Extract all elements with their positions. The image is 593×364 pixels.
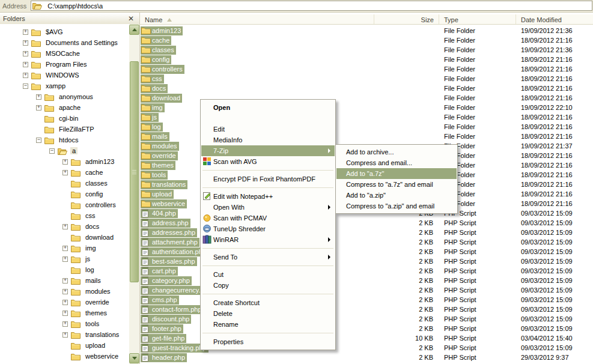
list-item-js[interactable]: js [141, 113, 159, 122]
list-item-attachment-php[interactable]: attachment.php [141, 238, 199, 247]
collapse-icon[interactable]: − [23, 83, 28, 89]
tree-item-windows[interactable]: +WINDOWS [0, 70, 127, 80]
expand-icon[interactable]: + [62, 321, 68, 327]
expand-icon[interactable]: + [62, 278, 68, 284]
scroll-down-icon[interactable] [129, 353, 139, 363]
tree-item-modules[interactable]: +modules [0, 286, 127, 297]
expand-icon[interactable]: + [62, 311, 68, 316]
tree-item-label[interactable]: log [84, 266, 96, 273]
tree-item-webservice[interactable]: webservice [0, 351, 127, 362]
tree-scrollbar[interactable] [129, 24, 139, 364]
menu-item-compress-and-email-[interactable]: Compress and email... [336, 157, 457, 168]
list-item-get-file-php[interactable]: get-file.php [141, 334, 186, 343]
tree-item-label[interactable]: WINDOWS [44, 71, 81, 79]
tree-item-download[interactable]: download [0, 232, 127, 243]
tree-item-label[interactable]: webservice [84, 353, 120, 360]
tree-item-label[interactable]: classes [84, 180, 109, 187]
tree-item-label[interactable]: translations [84, 331, 121, 338]
collapse-icon[interactable]: − [49, 148, 55, 154]
expand-icon[interactable]: + [62, 170, 68, 175]
tree-item-label[interactable]: js [84, 255, 92, 262]
menu-item-rename[interactable]: Rename [201, 319, 335, 330]
expand-icon[interactable]: + [62, 289, 68, 294]
list-item-override[interactable]: override [141, 151, 178, 160]
tree-item-label[interactable]: Documents and Settings [44, 39, 120, 46]
tree-item-label[interactable]: docs [84, 223, 101, 230]
list-item-themes[interactable]: themes [141, 161, 175, 170]
tree-item-upload[interactable]: upload [0, 340, 127, 351]
tree-item-label[interactable]: themes [84, 309, 109, 317]
expand-icon[interactable]: + [62, 246, 68, 251]
list-item-upload[interactable]: upload [141, 190, 174, 199]
list-item-modules[interactable]: modules [141, 142, 179, 151]
expand-icon[interactable]: + [62, 256, 68, 262]
tree-item-label[interactable]: upload [84, 342, 107, 349]
tree-item-label[interactable]: MSOCache [44, 50, 82, 57]
list-item-translations[interactable]: translations [141, 180, 187, 189]
list-item-controllers[interactable]: controllers [141, 65, 184, 74]
tree-item-label[interactable]: override [84, 299, 111, 306]
tree-item-label[interactable]: modules [84, 288, 112, 295]
address-input[interactable]: C:\xampp\htdocs\a [31, 1, 592, 11]
menu-item-scan-with-pcmav[interactable]: Scan with PCMAV [201, 213, 335, 223]
menu-item-winrar[interactable]: WinRAR [201, 234, 335, 245]
list-item-cart-php[interactable]: cart.php [141, 267, 178, 276]
menu-item-tuneup-shredder[interactable]: TuneUp Shredder [201, 223, 335, 234]
expand-icon[interactable]: + [62, 300, 68, 305]
menu-item-add-to-a-7z-[interactable]: Add to "a.7z" [336, 168, 457, 179]
tree-item-controllers[interactable]: controllers [0, 199, 127, 210]
close-icon[interactable]: ✕ [128, 16, 134, 22]
list-item-category-php[interactable]: category.php [141, 276, 192, 285]
list-item-download[interactable]: download [141, 94, 182, 103]
scrollbar-thumb[interactable] [130, 61, 139, 282]
tree-item-js[interactable]: +js [0, 253, 127, 264]
list-item-address-php[interactable]: address.php [141, 219, 190, 228]
tree-item-label[interactable]: $AVG [44, 28, 65, 35]
tree-item-label[interactable]: config [84, 190, 105, 198]
tree-item-label[interactable]: tools [84, 320, 101, 327]
tree-item-label[interactable]: img [84, 244, 98, 252]
list-item-best-sales-php[interactable]: best-sales.php [141, 257, 197, 266]
list-item-discount-php[interactable]: discount.php [141, 315, 191, 324]
list-item-tools[interactable]: tools [141, 171, 168, 180]
list-item-addresses-php[interactable]: addresses.php [141, 228, 197, 237]
list-item-cms-php[interactable]: cms.php [141, 296, 179, 305]
tree-item-override[interactable]: +override [0, 297, 127, 308]
tree-item-docs[interactable]: +docs [0, 221, 127, 232]
menu-item-edit-with-notepad-[interactable]: Edit with Notepad++ [201, 191, 335, 202]
tree-item-label[interactable]: cache [84, 169, 105, 176]
menu-item-scan-with-avg[interactable]: Scan with AVG [201, 156, 335, 167]
menu-item-add-to-archive-[interactable]: Add to archive... [336, 147, 457, 157]
list-item-img[interactable]: img [141, 103, 165, 112]
expand-icon[interactable]: + [62, 159, 68, 165]
menu-item-compress-to-a-7z-and-email[interactable]: Compress to "a.7z" and email [336, 179, 457, 190]
tree-item-a[interactable]: −a [0, 145, 127, 156]
menu-item-cut[interactable]: Cut [201, 269, 335, 280]
tree-item-documents-and-settings[interactable]: +Documents and Settings [0, 37, 127, 48]
expand-icon[interactable]: + [62, 332, 68, 338]
tree-item-label[interactable]: a [70, 147, 78, 154]
tree-item-img[interactable]: +img [0, 243, 127, 253]
expand-icon[interactable]: + [36, 94, 41, 100]
tree-item-label[interactable]: xampp [44, 82, 67, 89]
menu-item-copy[interactable]: Copy [201, 280, 335, 291]
tree-item-tools[interactable]: +tools [0, 318, 127, 329]
tree-item-label[interactable]: download [84, 234, 115, 241]
tree-item-htdocs[interactable]: −htdocs [0, 135, 127, 145]
menu-item-7-zip[interactable]: 7-Zip [201, 145, 335, 156]
tree-item-label[interactable]: controllers [84, 201, 118, 208]
tree-item-label[interactable]: apache [57, 104, 82, 111]
menu-item-encrypt-pdf-in-foxit-phantompdf[interactable]: Encrypt PDF in Foxit PhantomPDF [201, 174, 335, 184]
expand-icon[interactable]: + [23, 51, 28, 56]
menu-item-properties[interactable]: Properties [201, 336, 335, 347]
list-item-mails[interactable]: mails [141, 132, 169, 141]
list-item-log[interactable]: log [141, 123, 163, 132]
column-header-type[interactable]: Type [439, 14, 516, 24]
tree-item-msocache[interactable]: +MSOCache [0, 48, 127, 59]
list-item-contact-form-php[interactable]: contact-form.php [141, 305, 204, 314]
tree-item-apache[interactable]: +apache [0, 102, 127, 113]
expand-icon[interactable]: + [23, 40, 28, 46]
menu-item-add-to-a-zip-[interactable]: Add to "a.zip" [336, 190, 457, 201]
list-item-cache[interactable]: cache [141, 36, 171, 45]
expand-icon[interactable]: + [23, 73, 28, 78]
